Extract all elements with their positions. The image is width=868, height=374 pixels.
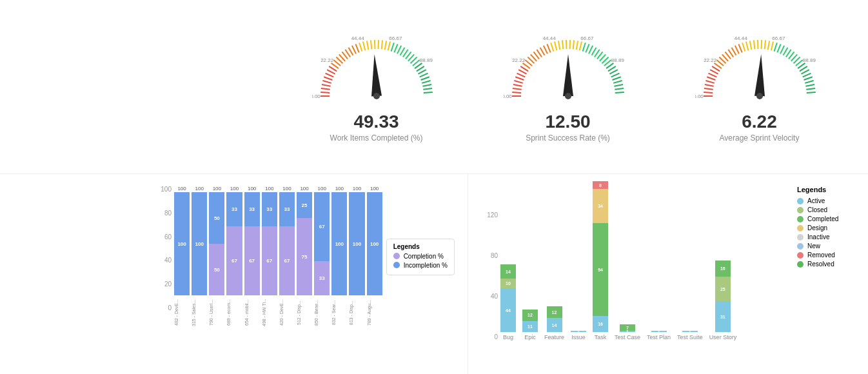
- svg-line-79: [586, 44, 589, 52]
- epic-x-label: 832 - Sear...: [331, 297, 347, 329]
- svg-line-54: [513, 84, 522, 86]
- svg-line-107: [707, 77, 715, 80]
- epic-bar-top-label: 100: [318, 186, 326, 192]
- svg-line-76: [576, 41, 577, 50]
- epic-bar-top-label: 100: [248, 186, 256, 192]
- svg-line-24: [381, 40, 382, 49]
- wis-bar-segment: 1: [651, 331, 667, 332]
- svg-text:44.44: 44.44: [734, 35, 747, 41]
- svg-text:88.89: 88.89: [611, 57, 624, 63]
- svg-line-88: [607, 66, 615, 70]
- svg-line-121: [745, 41, 747, 50]
- wis-x-label: User Story: [709, 334, 737, 340]
- svg-line-110: [712, 66, 720, 70]
- wis-bar-segment: 94: [593, 223, 608, 317]
- wis-x-label: Feature: [544, 334, 564, 340]
- epic-bar-group: 1006733: [262, 186, 277, 295]
- svg-text:0.00: 0.00: [312, 94, 321, 99]
- wis-x-label: Test Plan: [647, 334, 671, 340]
- wis-legend: Legends ActiveClosedCompletedDesignInact…: [797, 186, 855, 353]
- wis-bar-segment: 1: [682, 331, 698, 332]
- svg-line-67: [543, 45, 547, 54]
- svg-line-142: [804, 77, 812, 80]
- epic-bar-top-label: 100: [300, 186, 308, 192]
- svg-line-90: [611, 73, 619, 77]
- wis-bar-group: 1Test Suite: [677, 331, 703, 340]
- wis-bar-segment: 12: [547, 306, 562, 318]
- svg-line-103: [704, 92, 713, 92]
- svg-line-28: [394, 44, 397, 52]
- svg-text:66.67: 66.67: [580, 35, 594, 41]
- wis-bar-group: 1Issue: [571, 331, 586, 340]
- wis-x-label: Test Suite: [677, 334, 703, 340]
- wis-bar-segment: 25: [715, 277, 731, 301]
- svg-line-40: [420, 77, 429, 80]
- svg-line-56: [515, 77, 524, 80]
- svg-text:88.89: 88.89: [419, 57, 433, 63]
- svg-line-106: [705, 81, 714, 83]
- svg-line-20: [366, 41, 368, 50]
- svg-line-68: [547, 44, 550, 52]
- gauge-svg-1: 0.0022.2244.4466.6788.89: [504, 32, 633, 109]
- svg-line-27: [391, 43, 393, 51]
- epic-x-label: 482 - DevE...: [174, 297, 190, 329]
- svg-text:0.00: 0.00: [695, 94, 704, 99]
- wis-legend-item: Resolved: [797, 261, 855, 268]
- svg-line-71: [558, 41, 559, 50]
- svg-line-53: [512, 88, 521, 89]
- wis-x-label: Test Case: [615, 334, 640, 340]
- epic-bar-group: 100100: [367, 186, 382, 295]
- gauge-svg-0: 0.0022.2244.4466.6788.89: [312, 32, 441, 109]
- wis-bar-segment: 14: [500, 264, 516, 279]
- svg-line-66: [540, 47, 544, 55]
- svg-text:88.89: 88.89: [802, 57, 816, 63]
- svg-text:22.22: 22.22: [512, 57, 526, 63]
- wis-bar-segment: 16: [593, 316, 608, 332]
- gauge-value-0: 49.33: [353, 112, 399, 132]
- epic-bar-top-label: 100: [282, 186, 291, 192]
- svg-line-77: [579, 41, 581, 50]
- wis-legend-item: Removed: [797, 251, 855, 259]
- epic-x-label: 315 - Sales...: [192, 297, 207, 329]
- epic-bar-group: 1005050: [209, 186, 224, 295]
- wis-legend-item: Active: [797, 197, 855, 204]
- wis-bar-group: 17Test Case: [615, 324, 640, 340]
- svg-line-43: [423, 88, 432, 89]
- epic-bar-group: 1003367: [314, 186, 330, 295]
- svg-text:44.44: 44.44: [542, 35, 556, 41]
- svg-line-144: [805, 84, 814, 86]
- wis-legend-item: Design: [797, 224, 855, 231]
- wis-bars: 12080400441014Bug1112Epic1412Feature1Iss…: [481, 186, 791, 353]
- svg-line-8: [329, 66, 337, 70]
- svg-line-108: [708, 73, 716, 77]
- svg-line-1: [321, 92, 330, 92]
- wis-legend-item: Completed: [797, 215, 855, 222]
- svg-text:44.44: 44.44: [351, 35, 364, 41]
- svg-line-78: [582, 43, 585, 51]
- wis-bar-segment: 8: [593, 181, 608, 189]
- epic-x-label: 689 - ecom...: [226, 297, 242, 329]
- svg-line-95: [615, 92, 624, 92]
- epic-x-label: 813 - Disp...: [349, 297, 364, 329]
- svg-line-4: [322, 81, 331, 83]
- epic-x-label: 850 - Bene...: [314, 297, 330, 329]
- svg-line-141: [802, 73, 811, 77]
- svg-line-57: [517, 73, 525, 77]
- gauge-2: 0.0022.2244.4466.6788.896.22Average Spri…: [682, 32, 837, 143]
- epic-bar-group: 1006733: [244, 186, 260, 295]
- svg-line-118: [735, 45, 738, 54]
- svg-line-104: [704, 88, 713, 89]
- svg-line-58: [518, 70, 526, 74]
- svg-line-59: [520, 66, 528, 70]
- svg-line-70: [554, 41, 556, 50]
- epic-bar-group: 100100: [174, 186, 190, 295]
- wis-bar-group: 441014Bug: [500, 264, 516, 340]
- gauge-label-1: Sprint Success Rate (%): [526, 133, 610, 143]
- epic-bar-top-label: 100: [353, 186, 361, 192]
- gauges-row: 0.0022.2244.4466.6788.8949.33Work Items …: [268, 0, 868, 173]
- svg-line-15: [348, 47, 353, 55]
- svg-line-127: [767, 41, 769, 50]
- svg-line-55: [514, 81, 522, 83]
- total-work-items-panel: [0, 0, 139, 173]
- svg-line-129: [774, 43, 776, 51]
